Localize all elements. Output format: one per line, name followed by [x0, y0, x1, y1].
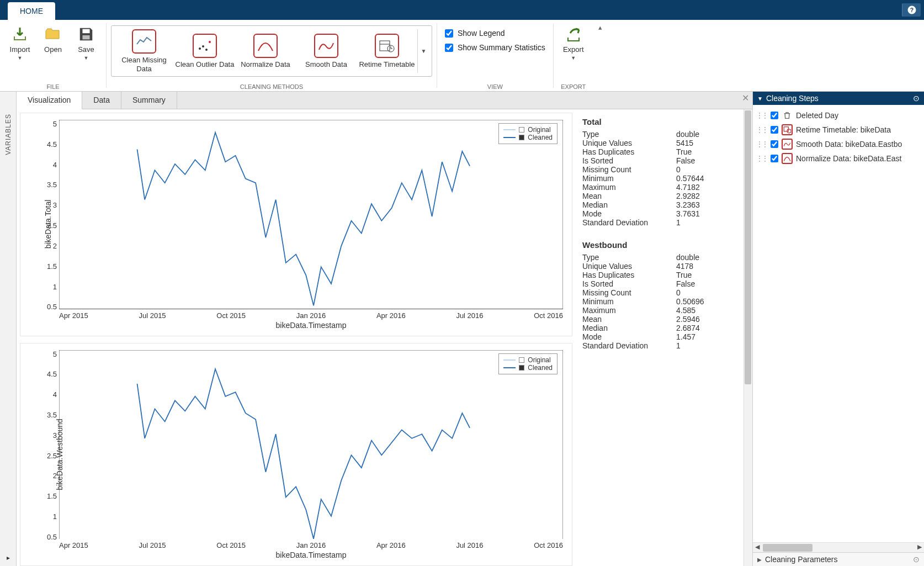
clean-missing-icon: [136, 34, 152, 49]
tab-home[interactable]: HOME: [8, 2, 55, 20]
group-label-methods: CLEANING METHODS: [240, 83, 303, 90]
group-label-export: EXPORT: [561, 83, 586, 90]
expand-arrow-icon: ▶: [757, 557, 762, 563]
smooth-button[interactable]: Smooth Data: [296, 34, 357, 69]
variables-sidebar[interactable]: VARIABLES ▸: [0, 92, 17, 566]
step-checkbox[interactable]: [771, 155, 778, 162]
step-label: Smooth Data: bikeData.Eastbo: [796, 140, 902, 149]
plot-legend[interactable]: Original Cleaned: [498, 353, 557, 374]
close-panel-icon[interactable]: ✕: [742, 93, 749, 103]
step-label: Normalize Data: bikeData.East: [796, 154, 901, 163]
help-button[interactable]: ?: [902, 3, 921, 17]
minimize-toolstrip[interactable]: ▴: [593, 20, 608, 91]
open-button[interactable]: Open: [38, 23, 68, 55]
xlabel: bikeData.Timestamp: [59, 321, 563, 330]
step-checkbox[interactable]: [771, 112, 778, 119]
cleaning-step[interactable]: ⋮⋮Retime Timetable: bikeData: [755, 123, 922, 137]
svg-point-6: [205, 49, 208, 51]
export-icon: [565, 25, 582, 43]
import-icon: [11, 25, 29, 43]
step-label: Retime Timetable: bikeData: [796, 125, 891, 134]
group-file: Import▼ Open Save▼ FILE: [0, 20, 106, 91]
group-label-file: FILE: [46, 83, 59, 90]
titlebar: HOME ?: [0, 0, 924, 20]
smooth-icon: [318, 39, 334, 53]
show-summary-checkbox[interactable]: Show Summary Statistics: [445, 43, 545, 52]
save-button[interactable]: Save▼: [71, 23, 102, 62]
yticks: 0.511.522.533.544.55: [41, 120, 57, 311]
right-panel: ▼ Cleaning Steps ⊙ ⋮⋮Deleted Day⋮⋮Retime…: [753, 92, 924, 566]
help-icon: ?: [907, 5, 917, 15]
stats-total: Total TypedoubleUnique Values5415Has Dup…: [582, 117, 746, 227]
cleaning-step[interactable]: ⋮⋮Normalize Data: bikeData.East: [755, 151, 922, 166]
tab-data[interactable]: Data: [82, 92, 121, 109]
step-checkbox[interactable]: [771, 126, 778, 134]
group-cleaning-methods: Clean Missing Data Clean Outlier Data No…: [107, 20, 437, 91]
xticks: Apr 2015Jul 2015Oct 2015Jan 2016Apr 2016…: [59, 541, 563, 549]
clean-outlier-icon: [197, 39, 213, 53]
methods-dropdown[interactable]: ▼: [417, 29, 429, 73]
group-label-view: VIEW: [487, 83, 503, 90]
folder-open-icon: [44, 25, 62, 43]
group-export: Export▼ EXPORT: [554, 20, 593, 91]
chart-total[interactable]: [59, 120, 563, 309]
yticks: 0.511.522.533.544.55: [41, 350, 57, 542]
svg-rect-14: [59, 350, 563, 539]
stats-panel: Total TypedoubleUnique Values5415Has Dup…: [576, 109, 752, 566]
step-label: Deleted Day: [796, 111, 838, 120]
svg-rect-13: [59, 120, 563, 309]
import-button[interactable]: Import▼: [4, 23, 35, 62]
drag-handle-icon[interactable]: ⋮⋮: [756, 140, 767, 148]
clean-missing-button[interactable]: Clean Missing Data: [114, 29, 174, 73]
plot-westbound: bikeData.Westbound 0.511.522.533.544.55 …: [20, 343, 572, 567]
group-view: Show Legend Show Summary Statistics VIEW: [437, 20, 553, 91]
plot-legend[interactable]: Original Cleaned: [498, 123, 557, 144]
svg-point-4: [199, 47, 201, 50]
cleaning-step[interactable]: ⋮⋮Smooth Data: bikeData.Eastbo: [755, 137, 922, 151]
trash-icon: [782, 110, 793, 121]
cleaning-step[interactable]: ⋮⋮Deleted Day: [755, 108, 922, 123]
plot-total: bikeData.Total 0.511.522.533.544.55 Orig…: [20, 113, 572, 336]
variables-label: VARIABLES: [4, 114, 12, 155]
export-button[interactable]: Export▼: [558, 23, 589, 62]
retime-icon: [782, 124, 793, 135]
xlabel: bikeData.Timestamp: [59, 551, 563, 559]
gear-icon[interactable]: ⊙: [913, 94, 920, 103]
normalize-button[interactable]: Normalize Data: [235, 34, 296, 69]
cleaning-steps-list: ⋮⋮Deleted Day⋮⋮Retime Timetable: bikeDat…: [753, 105, 924, 542]
normalize-icon: [782, 153, 793, 164]
clean-outlier-button[interactable]: Clean Outlier Data: [174, 34, 235, 69]
svg-text:?: ?: [910, 7, 913, 13]
save-icon: [78, 26, 94, 43]
retime-button[interactable]: Retime Timetable: [357, 34, 417, 69]
svg-rect-2: [82, 29, 89, 34]
gear-icon[interactable]: ⊙: [913, 555, 920, 564]
svg-rect-8: [380, 41, 390, 51]
cleaning-steps-header[interactable]: ▼ Cleaning Steps ⊙: [753, 92, 924, 105]
tab-visualization[interactable]: Visualization: [17, 92, 82, 109]
drag-handle-icon[interactable]: ⋮⋮: [756, 126, 767, 134]
xticks: Apr 2015Jul 2015Oct 2015Jan 2016Apr 2016…: [59, 311, 563, 320]
expand-sidebar-icon[interactable]: ▸: [7, 554, 10, 562]
center-panel: ✕ Visualization Data Summary bikeData.To…: [17, 92, 753, 566]
drag-handle-icon[interactable]: ⋮⋮: [756, 112, 767, 119]
smooth-icon: [782, 139, 793, 150]
svg-point-16: [787, 129, 791, 133]
tab-summary[interactable]: Summary: [121, 92, 177, 109]
stats-scrollbar[interactable]: [744, 109, 752, 566]
cleaning-parameters-header[interactable]: ▶ Cleaning Parameters ⊙: [753, 552, 924, 566]
show-legend-checkbox[interactable]: Show Legend: [445, 29, 545, 38]
toolstrip: Import▼ Open Save▼ FILE Clean Missing Da…: [0, 20, 924, 92]
retime-icon: [379, 39, 395, 53]
center-tabs: Visualization Data Summary: [17, 92, 752, 109]
svg-rect-15: [784, 127, 788, 131]
plots-area: bikeData.Total 0.511.522.533.544.55 Orig…: [17, 109, 576, 566]
step-checkbox[interactable]: [771, 140, 778, 148]
normalize-icon: [257, 39, 274, 53]
steps-hscrollbar[interactable]: ◀ ▶: [753, 542, 924, 552]
chart-westbound[interactable]: [59, 350, 563, 539]
drag-handle-icon[interactable]: ⋮⋮: [756, 155, 767, 162]
collapse-arrow-icon: ▼: [757, 96, 763, 102]
svg-point-7: [209, 41, 211, 43]
svg-rect-3: [82, 35, 89, 40]
